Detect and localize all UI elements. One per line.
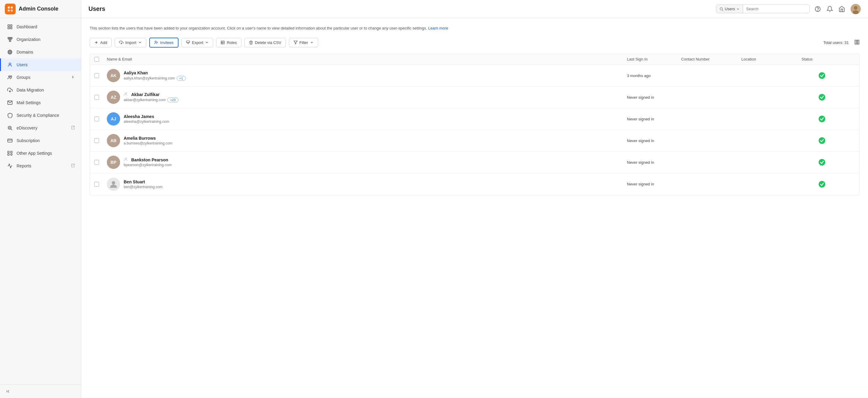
row-checkbox[interactable] [94, 160, 99, 165]
sidebar-item-domains[interactable]: Domains [0, 46, 81, 58]
user-avatar: AK [107, 69, 120, 82]
sidebar-item-users[interactable]: Users [0, 58, 81, 71]
superadmin-icon [124, 157, 128, 162]
invitees-button[interactable]: Invitees [149, 38, 179, 48]
sidebar-item-dashboard[interactable]: Dashboard [0, 21, 81, 33]
ediscovery-icon [7, 125, 13, 131]
location-cell [738, 181, 798, 187]
svg-point-28 [9, 127, 10, 128]
svg-point-21 [9, 63, 11, 65]
svg-rect-16 [9, 40, 11, 41]
sidebar-item-subscription[interactable]: Subscription [0, 134, 81, 147]
row-checkbox-cell[interactable] [90, 70, 103, 81]
collapse-sidebar-button[interactable] [6, 389, 75, 394]
user-name[interactable]: Bankston Pearson [124, 157, 172, 162]
svg-rect-33 [8, 154, 9, 155]
select-all-checkbox[interactable] [90, 54, 103, 65]
status-active-icon [819, 137, 825, 144]
user-email: aaliya.khan@zylkertraining.com +1 [124, 76, 186, 81]
svg-rect-51 [221, 41, 224, 44]
svg-rect-7 [10, 27, 12, 29]
user-name[interactable]: Akbar Zulfikar [124, 92, 179, 97]
user-name[interactable]: Aleesha James [124, 114, 169, 119]
status-active-icon [819, 159, 825, 165]
role-badge[interactable]: +29 [167, 97, 179, 102]
table-row: AZ Akbar Zulfikar akbar@zylkertraining.c… [90, 87, 859, 109]
user-name[interactable]: Aaliya Khan [124, 70, 186, 75]
learn-more-link[interactable]: Learn more [428, 26, 448, 30]
help-icon[interactable] [814, 6, 821, 12]
sidebar-item-groups[interactable]: Groups [0, 71, 81, 84]
svg-point-17 [8, 50, 12, 54]
row-checkbox[interactable] [94, 117, 99, 121]
svg-rect-31 [8, 151, 9, 153]
delete-csv-button[interactable]: Delete via CSV [244, 38, 286, 47]
user-avatar [107, 178, 120, 191]
last-sign-in-cell: Never signed in [623, 179, 678, 189]
svg-rect-2 [8, 9, 10, 11]
col-name-email: Name & Email [103, 54, 623, 65]
sidebar-item-mail-settings[interactable]: Mail Settings [0, 96, 81, 109]
svg-point-65 [112, 181, 115, 185]
sidebar-item-security-compliance[interactable]: Security & Compliance [0, 109, 81, 122]
status-active-icon [819, 181, 825, 188]
user-info: Amelia Burrows a.burrows@zylkertraining.… [124, 136, 173, 145]
row-checkbox[interactable] [94, 95, 99, 100]
user-avatar: AJ [107, 112, 120, 126]
row-checkbox[interactable] [94, 73, 99, 78]
table-row: AJ Aleesha James aleesha@zylkertraining.… [90, 109, 859, 130]
page-title: Users [89, 5, 711, 12]
last-sign-in-cell: Never signed in [623, 92, 678, 103]
row-checkbox-cell[interactable] [90, 114, 103, 124]
location-cell [738, 72, 798, 79]
sidebar-item-organization[interactable]: Organization [0, 33, 81, 46]
row-checkbox[interactable] [94, 138, 99, 143]
row-checkbox[interactable] [94, 182, 99, 187]
contact-number-cell [678, 137, 738, 144]
reports-ext-icon [71, 163, 75, 168]
app-title: Admin Console [19, 6, 58, 12]
plus-icon [94, 40, 98, 44]
status-cell [798, 178, 846, 190]
search-input[interactable] [743, 5, 809, 13]
svg-rect-0 [8, 6, 10, 8]
location-cell [738, 137, 798, 144]
import-button[interactable]: Import [115, 38, 146, 47]
row-checkbox-cell[interactable] [90, 179, 103, 190]
svg-point-22 [9, 76, 10, 78]
notification-icon[interactable] [827, 6, 833, 12]
row-checkbox-cell[interactable] [90, 157, 103, 168]
sidebar-item-other-app-settings[interactable]: Other App Settings [0, 147, 81, 159]
sidebar-item-data-migration[interactable]: Data Migration [0, 84, 81, 96]
export-button[interactable]: Export [182, 38, 213, 47]
role-badge[interactable]: +1 [177, 76, 186, 81]
last-sign-in-cell: Never signed in [623, 157, 678, 168]
filter-dropdown-icon [310, 41, 314, 44]
page-description: This section lists the users that have b… [90, 25, 451, 32]
svg-rect-1 [11, 6, 13, 8]
home-icon[interactable] [838, 6, 845, 12]
contact-number-cell [678, 116, 738, 122]
avatar[interactable] [850, 4, 861, 14]
columns-settings-icon[interactable] [854, 39, 860, 46]
reports-label: Reports [17, 163, 31, 168]
filter-button[interactable]: Filter [289, 38, 318, 47]
user-info: Bankston Pearson bpearson@zylkertraining… [124, 157, 172, 167]
table-row: Ben Stuart ben@zylkertraining.com Never … [90, 174, 859, 195]
sidebar-item-reports[interactable]: Reports [0, 159, 81, 172]
sidebar-item-ediscovery[interactable]: eDiscovery [0, 122, 81, 134]
row-checkbox-cell[interactable] [90, 92, 103, 103]
location-cell [738, 159, 798, 165]
user-name[interactable]: Amelia Burrows [124, 136, 173, 141]
user-info: Ben Stuart ben@zylkertraining.com [124, 179, 162, 189]
add-button[interactable]: Add [90, 38, 112, 47]
search-bar: Users [716, 4, 810, 13]
roles-button[interactable]: Roles [216, 38, 241, 47]
search-scope-button[interactable]: Users [716, 5, 743, 13]
row-checkbox-cell[interactable] [90, 135, 103, 146]
user-icon [7, 62, 13, 68]
svg-point-18 [9, 50, 11, 54]
invitees-icon [154, 40, 158, 44]
user-name[interactable]: Ben Stuart [124, 179, 162, 184]
header-checkbox[interactable] [94, 57, 99, 62]
